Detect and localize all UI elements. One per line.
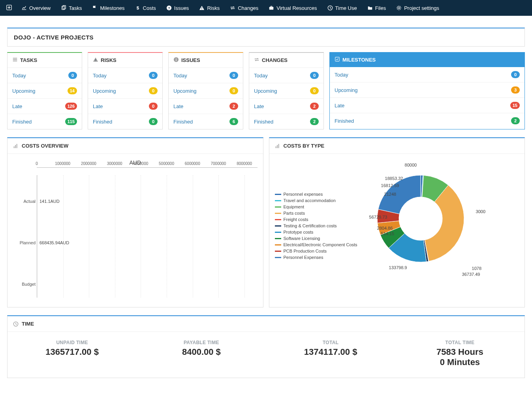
changes-upcoming-link[interactable]: Upcoming [254,88,277,94]
costs-by-type-panel: COSTS BY TYPE Personnel expensesTravel a… [269,137,525,307]
tasks-upcoming-link[interactable]: Upcoming [12,88,36,94]
legend-item[interactable]: PCB Production Costs [275,248,357,254]
nav-project-settings[interactable]: Project settings [391,0,444,16]
count-badge: 0 [149,87,158,94]
changes-late-link[interactable]: Late [254,103,264,109]
tasks-finished-link[interactable]: Finished [12,119,32,125]
legend-item[interactable]: Testing & Certification costs [275,223,357,229]
nav-virtual-resources[interactable]: Virtual Resources [264,0,321,16]
svg-rect-22 [15,145,16,148]
changes-finished-link[interactable]: Finished [254,119,273,125]
tasks-today-link[interactable]: Today [12,73,26,79]
legend-label: Freight costs [284,217,308,222]
svg-rect-9 [271,6,272,7]
tasks-card: TASKSToday0Upcoming14Late126Finished115 [7,52,82,129]
donut-legend: Personnel expensesTravel and accommodati… [275,159,357,260]
nav-changes[interactable]: Changes [225,0,263,16]
milestones-upcoming-link[interactable]: Upcoming [335,87,358,93]
legend-item[interactable]: Electrical/Electronic Component Costs [275,242,357,248]
issues-upcoming-link[interactable]: Upcoming [173,88,197,94]
legend-item[interactable]: Equipment [275,204,357,210]
nav-tasks[interactable]: Tasks [56,0,86,16]
legend-item[interactable]: Personnel expenses [275,191,357,197]
nav-time-use[interactable]: Time Use [323,0,362,16]
card-title: ISSUES [181,57,200,63]
nav-milestones[interactable]: Milestones [87,0,129,16]
time-metric-value: 1374117.00 $ [266,347,395,357]
svg-text:$: $ [136,6,139,10]
exchange-icon [254,57,259,64]
legend-item[interactable]: Software Licensing [275,235,357,242]
tasks-late-link[interactable]: Late [12,103,22,109]
issues-late-link[interactable]: Late [173,103,183,109]
legend-item[interactable]: Parts costs [275,210,357,216]
milestones-finished-link[interactable]: Finished [335,118,354,124]
issues-today-link[interactable]: Today [173,73,187,79]
bar-chart-icon [13,143,19,149]
milestones-card-head: MILESTONES [330,52,524,67]
legend-item[interactable]: Prototype costs [275,229,357,235]
legend-swatch [275,213,281,214]
card-row: Today0 [88,68,162,83]
clock-icon [327,5,333,11]
legend-item[interactable]: Freight costs [275,216,357,223]
costs-by-type-title: COSTS BY TYPE [284,143,325,149]
legend-swatch [275,232,281,233]
risks-today-link[interactable]: Today [93,73,107,79]
check-icon [335,56,340,63]
legend-item[interactable]: Personnel Expenses [275,254,357,260]
count-badge: 14 [68,87,77,94]
nav-issues[interactable]: ?Issues [162,0,194,16]
legend-label: PCB Production Costs [284,249,327,253]
axis-tick: 6000000 [185,161,200,166]
risks-finished-link[interactable]: Finished [93,119,112,125]
legend-swatch [275,206,281,208]
nav-costs[interactable]: $Costs [130,0,161,16]
card-row: Finished2 [330,113,524,128]
nav-label: Files [375,5,386,11]
card-row: Upcoming3 [330,82,524,98]
nav-risks[interactable]: Risks [194,0,224,16]
legend-label: Personnel expenses [284,192,323,197]
card-row: Today0 [330,67,524,82]
time-title: TIME [22,321,34,327]
bar-chart-icon [275,143,280,149]
nav-label: Risks [207,5,220,11]
card-title: MILESTONES [342,57,376,63]
legend-swatch [275,219,281,220]
svg-rect-15 [95,59,96,60]
svg-rect-25 [277,145,278,148]
add-button[interactable] [2,5,16,11]
legend-swatch [275,257,281,258]
card-row: Today0 [169,68,243,83]
count-badge: 0 [149,72,158,79]
nav-label: Tasks [69,5,82,11]
briefcase-icon [269,5,274,11]
legend-item[interactable]: Travel and accommodation [275,197,357,204]
changes-today-link[interactable]: Today [254,73,268,79]
donut-value-label: 56729.73 [369,215,387,219]
legend-label: Equipment [284,204,305,209]
count-badge: 0 [229,87,238,94]
legend-label: Prototype costs [284,230,314,234]
risks-card-head: RISKS [88,53,162,68]
nav-overview[interactable]: Overview [17,0,55,16]
top-navbar: OverviewTasksMilestones$Costs?IssuesRisk… [0,0,532,16]
milestones-late-link[interactable]: Late [335,103,344,109]
risks-late-link[interactable]: Late [93,103,103,109]
risks-upcoming-link[interactable]: Upcoming [93,88,116,94]
svg-rect-26 [278,144,279,148]
time-metric-value: 7583 Hours0 Minutes [395,347,524,367]
svg-rect-12 [13,58,17,59]
status-cards-row: TASKSToday0Upcoming14Late126Finished115R… [7,52,525,129]
card-row: Upcoming0 [88,83,162,99]
costs-overview-head: COSTS OVERVIEW [8,138,263,154]
nav-files[interactable]: Files [363,0,391,16]
issues-finished-link[interactable]: Finished [173,119,193,125]
count-badge: 0 [149,118,158,125]
count-badge: 126 [65,103,77,110]
donut-value-label: 133798.9 [389,265,407,270]
nav-label: Project settings [404,5,439,11]
axis-tick: 0 [36,161,38,166]
milestones-today-link[interactable]: Today [335,72,348,78]
